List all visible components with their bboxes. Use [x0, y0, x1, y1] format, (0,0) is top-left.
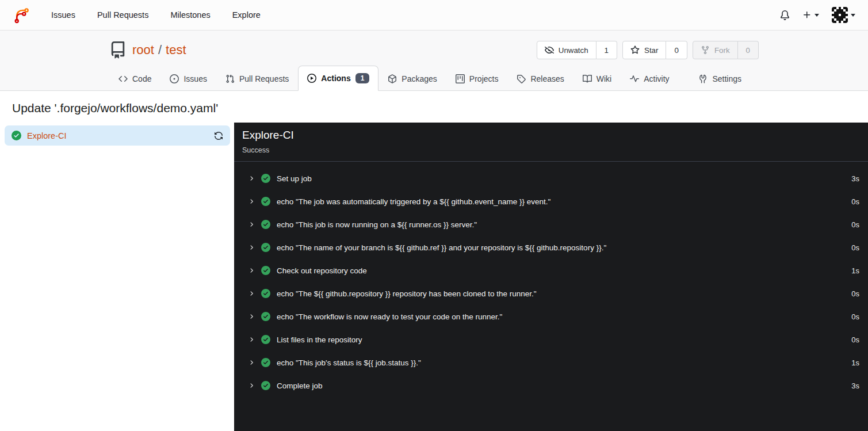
chevron-right-icon	[248, 221, 255, 228]
fork-icon	[701, 45, 710, 55]
job-step-row[interactable]: echo "The ${{ github.repository }} repos…	[234, 282, 868, 305]
job-step-row[interactable]: echo "The name of your branch is ${{ git…	[234, 236, 868, 259]
create-new-menu[interactable]	[802, 10, 819, 20]
forgejo-app: Issues Pull Requests Milestones Explore	[0, 0, 868, 431]
job-log-title: Explore-CI	[242, 129, 860, 142]
step-success-check-icon	[261, 289, 270, 298]
job-step-row[interactable]: echo "This job's status is ${{ job.statu…	[234, 351, 868, 374]
star-button-group: Star 0	[622, 41, 687, 59]
forks-count[interactable]: 0	[738, 41, 759, 59]
step-name: Set up job	[277, 174, 845, 183]
chevron-right-icon	[248, 290, 255, 297]
nav-issues[interactable]: Issues	[44, 6, 83, 24]
tab-wiki[interactable]: Wiki	[573, 67, 621, 90]
step-list: Set up job 3s echo "The job was automati…	[234, 162, 868, 402]
nav-pull-requests[interactable]: Pull Requests	[90, 6, 156, 24]
book-icon	[583, 74, 592, 83]
user-menu[interactable]	[832, 7, 855, 23]
job-step-row[interactable]: Check out repository code 1s	[234, 259, 868, 282]
tools-icon	[698, 74, 708, 83]
step-name: Check out repository code	[277, 266, 845, 275]
step-success-check-icon	[261, 312, 270, 321]
step-name: echo "This job's status is ${{ job.statu…	[277, 358, 845, 367]
step-duration: 0s	[851, 312, 859, 321]
job-step-row[interactable]: Complete job 3s	[234, 374, 868, 397]
job-success-check-icon	[12, 131, 21, 140]
chevron-right-icon	[248, 198, 255, 205]
fork-button-group: Fork 0	[693, 41, 759, 59]
tab-settings[interactable]: Settings	[689, 67, 751, 90]
notifications-bell-icon[interactable]	[780, 10, 790, 20]
plus-icon	[802, 10, 812, 20]
step-success-check-icon	[261, 381, 270, 390]
star-icon	[630, 45, 640, 55]
job-log-panel: Explore-CI Success Set up job 3s echo "T…	[234, 123, 868, 431]
step-duration: 3s	[851, 382, 859, 390]
step-duration: 0s	[851, 220, 859, 229]
chevron-right-icon	[248, 244, 255, 251]
unwatch-button[interactable]: Unwatch	[537, 41, 596, 59]
nav-milestones[interactable]: Milestones	[163, 6, 217, 24]
tab-projects[interactable]: Projects	[446, 67, 508, 90]
fork-button[interactable]: Fork	[693, 41, 738, 59]
actions-run-view: Explore-CI Explore-CI Success Set up job…	[0, 123, 868, 431]
step-success-check-icon	[261, 266, 270, 275]
repo-tabs: Code Issues Pull Requests Actions 1	[109, 66, 759, 90]
step-success-check-icon	[261, 335, 270, 344]
step-name: echo "This job is now running on a ${{ r…	[277, 220, 845, 229]
job-log-header: Explore-CI Success	[234, 123, 868, 162]
star-button[interactable]: Star	[622, 41, 666, 59]
chevron-right-icon	[248, 313, 255, 320]
step-name: echo "The job was automatically triggere…	[277, 197, 845, 206]
repo-header-section: root/test Unwatch 1 Star	[0, 30, 868, 91]
repo-name-link[interactable]: test	[166, 43, 186, 57]
stars-count[interactable]: 0	[666, 41, 687, 59]
actions-count-badge: 1	[355, 73, 370, 83]
step-duration: 0s	[851, 197, 859, 206]
tab-actions[interactable]: Actions 1	[298, 66, 378, 91]
nav-explore[interactable]: Explore	[225, 6, 268, 24]
issue-opened-icon	[170, 74, 179, 83]
user-avatar	[832, 7, 848, 23]
tab-activity[interactable]: Activity	[621, 67, 678, 90]
step-duration: 1s	[851, 358, 859, 367]
package-icon	[388, 74, 397, 83]
tab-packages[interactable]: Packages	[378, 67, 446, 90]
chevron-right-icon	[248, 382, 255, 389]
job-step-row[interactable]: echo "The job was automatically triggere…	[234, 190, 868, 213]
watchers-count[interactable]: 1	[596, 41, 617, 59]
job-list-item-explore-ci[interactable]: Explore-CI	[5, 125, 230, 146]
step-duration: 1s	[851, 266, 859, 275]
tab-releases[interactable]: Releases	[507, 67, 573, 90]
step-name: echo "The ${{ github.repository }} repos…	[277, 289, 845, 298]
job-step-row[interactable]: echo "The workflow is now ready to test …	[234, 305, 868, 328]
navbar-right	[780, 7, 855, 23]
tag-icon	[517, 74, 526, 83]
repo-owner-link[interactable]: root	[132, 43, 154, 57]
chevron-right-icon	[248, 336, 255, 343]
step-duration: 3s	[851, 174, 859, 183]
watch-button-group: Unwatch 1	[537, 41, 617, 59]
jobs-sidebar: Explore-CI	[0, 123, 234, 431]
forgejo-logo-icon[interactable]	[13, 6, 31, 24]
eye-closed-icon	[545, 45, 554, 55]
repo-breadcrumb: root/test	[132, 43, 186, 58]
top-navbar: Issues Pull Requests Milestones Explore	[0, 0, 868, 30]
rerun-job-icon[interactable]	[214, 131, 223, 140]
step-duration: 0s	[851, 289, 859, 298]
chevron-right-icon	[248, 267, 255, 274]
pulse-icon	[630, 74, 639, 83]
breadcrumb-separator: /	[158, 43, 162, 57]
job-step-row[interactable]: List files in the repository 0s	[234, 328, 868, 351]
job-name: Explore-CI	[27, 131, 208, 140]
workflow-run-title: Update '.forgejo/workflows/demo.yaml'	[0, 91, 868, 123]
step-name: echo "The workflow is now ready to test …	[277, 312, 845, 321]
step-name: echo "The name of your branch is ${{ git…	[277, 243, 845, 252]
tab-code[interactable]: Code	[109, 67, 160, 90]
job-step-row[interactable]: echo "This job is now running on a ${{ r…	[234, 213, 868, 236]
job-step-row[interactable]: Set up job 3s	[234, 167, 868, 190]
tab-issues[interactable]: Issues	[160, 67, 216, 90]
step-success-check-icon	[261, 220, 270, 229]
tab-pull-requests[interactable]: Pull Requests	[216, 67, 298, 90]
play-circle-icon	[307, 74, 316, 83]
